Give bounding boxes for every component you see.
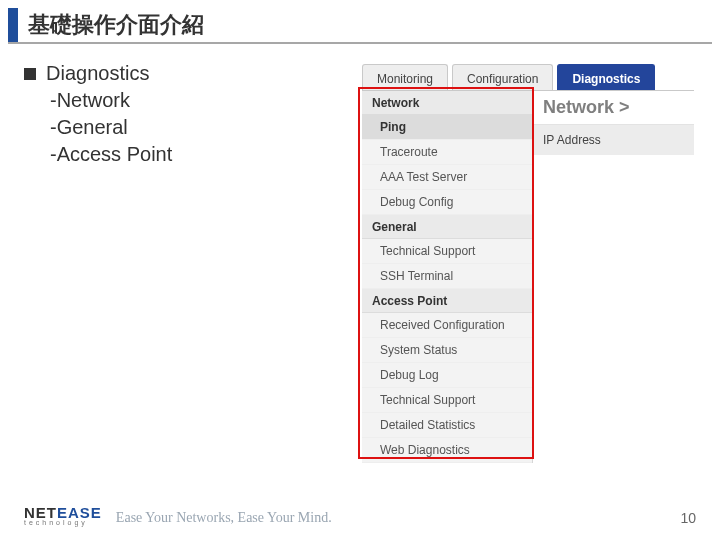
sidebar-item-debug-config[interactable]: Debug Config	[362, 190, 532, 215]
sidebar-item-technical-support[interactable]: Technical Support	[362, 239, 532, 264]
tab-bar: Monitoring Configuration Diagnostics	[362, 64, 694, 90]
tab-monitoring[interactable]: Monitoring	[362, 64, 448, 90]
sub-bullet: -Access Point	[50, 141, 324, 168]
slide-body-left: Diagnostics -Network -General -Access Po…	[24, 60, 324, 168]
sidebar-group-network: Network	[362, 91, 532, 115]
tab-configuration[interactable]: Configuration	[452, 64, 553, 90]
sidebar-item-debug-log[interactable]: Debug Log	[362, 363, 532, 388]
square-bullet-icon	[24, 68, 36, 80]
title-accent	[8, 8, 18, 42]
field-label-ip-address: IP Address	[543, 133, 601, 147]
sidebar-item-traceroute[interactable]: Traceroute	[362, 140, 532, 165]
bullet-diagnostics: Diagnostics	[24, 60, 324, 87]
sidebar-item-ssh-terminal[interactable]: SSH Terminal	[362, 264, 532, 289]
sidebar-item-web-diagnostics[interactable]: Web Diagnostics	[362, 438, 532, 463]
sidebar-item-technical-support-ap[interactable]: Technical Support	[362, 388, 532, 413]
slide-title: 基礎操作介面介紹	[28, 10, 204, 40]
sidebar-item-detailed-statistics[interactable]: Detailed Statistics	[362, 413, 532, 438]
breadcrumb: Network >	[533, 91, 694, 125]
brand-logo: NETEASE technology	[24, 504, 102, 526]
sub-bullet: -General	[50, 114, 324, 141]
tab-diagnostics[interactable]: Diagnostics	[557, 64, 655, 90]
content-pane: Network > IP Address	[533, 91, 694, 463]
sidebar-item-aaa-test-server[interactable]: AAA Test Server	[362, 165, 532, 190]
sub-bullet: -Network	[50, 87, 324, 114]
sidebar-group-general: General	[362, 215, 532, 239]
app-window: Monitoring Configuration Diagnostics Net…	[362, 64, 694, 463]
sidebar: Network Ping Traceroute AAA Test Server …	[362, 91, 533, 463]
sidebar-item-system-status[interactable]: System Status	[362, 338, 532, 363]
brand-block: NETEASE technology Ease Your Networks, E…	[24, 504, 332, 526]
bullet-label: Diagnostics	[46, 60, 149, 87]
slide-title-bar: 基礎操作介面介紹	[8, 8, 712, 44]
content-field-row: IP Address	[533, 125, 694, 155]
sidebar-group-access-point: Access Point	[362, 289, 532, 313]
app-body: Network Ping Traceroute AAA Test Server …	[362, 90, 694, 463]
sidebar-item-received-configuration[interactable]: Received Configuration	[362, 313, 532, 338]
slide-footer: NETEASE technology Ease Your Networks, E…	[24, 504, 696, 526]
sidebar-item-ping[interactable]: Ping	[362, 115, 532, 140]
page-number: 10	[680, 510, 696, 526]
brand-tagline: Ease Your Networks, Ease Your Mind.	[116, 510, 332, 526]
